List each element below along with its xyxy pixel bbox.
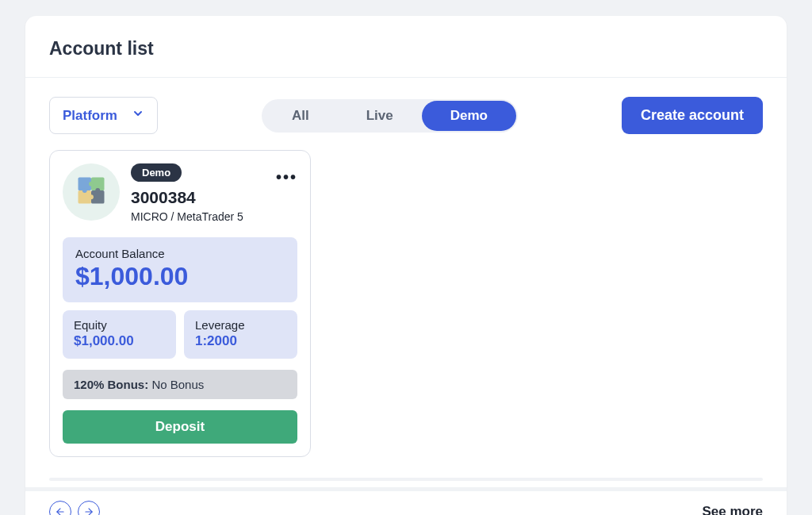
- see-more-link[interactable]: See more: [702, 504, 763, 515]
- arrow-left-icon[interactable]: [49, 501, 71, 515]
- bonus-row: 120% Bonus: No Bonus: [63, 370, 297, 399]
- balance-value: $1,000.00: [75, 262, 285, 291]
- create-account-button[interactable]: Create account: [622, 97, 763, 134]
- svg-point-7: [89, 194, 94, 199]
- tab-demo[interactable]: Demo: [422, 101, 516, 131]
- bonus-value: No Bonus: [151, 378, 204, 391]
- equity-value: $1,000.00: [74, 333, 165, 349]
- carousel-nav: [49, 501, 100, 515]
- filter-label: Platform: [63, 108, 117, 124]
- account-avatar: [63, 163, 120, 221]
- balance-label: Account Balance: [75, 247, 285, 260]
- platform-filter-dropdown[interactable]: Platform: [49, 97, 158, 134]
- page-title: Account list: [49, 38, 763, 60]
- account-type-badge: Demo: [131, 163, 182, 182]
- chevron-down-icon: [132, 107, 144, 124]
- leverage-value: 1:2000: [195, 333, 286, 349]
- bonus-label: 120% Bonus:: [74, 378, 148, 391]
- account-number: 3000384: [131, 188, 243, 207]
- kebab-menu-icon[interactable]: •••: [276, 168, 297, 186]
- cards-area: Demo 3000384 MICRO / MetaTrader 5 ••• Ac…: [25, 150, 787, 473]
- svg-point-4: [89, 182, 94, 186]
- arrow-right-icon[interactable]: [78, 501, 100, 515]
- equity-label: Equity: [74, 318, 165, 332]
- controls-row: Platform All Live Demo Create account: [25, 78, 787, 150]
- account-type-tabs: All Live Demo: [262, 99, 518, 133]
- panel-footer: See more: [25, 487, 787, 515]
- equity-block: Equity $1,000.00: [63, 310, 176, 359]
- tab-live[interactable]: Live: [338, 101, 422, 131]
- card-header: Demo 3000384 MICRO / MetaTrader 5 •••: [63, 163, 297, 223]
- svg-point-5: [82, 188, 87, 193]
- stats-row: Equity $1,000.00 Leverage 1:2000: [63, 310, 297, 359]
- account-list-panel: Account list Platform All Live Demo Crea…: [25, 16, 787, 515]
- balance-block: Account Balance $1,000.00: [63, 237, 297, 302]
- divider: [49, 478, 763, 481]
- panel-header: Account list: [25, 16, 787, 78]
- account-meta: MICRO / MetaTrader 5: [131, 210, 243, 223]
- leverage-label: Leverage: [195, 318, 286, 332]
- tab-all[interactable]: All: [263, 101, 338, 131]
- deposit-button[interactable]: Deposit: [63, 410, 297, 444]
- account-card: Demo 3000384 MICRO / MetaTrader 5 ••• Ac…: [49, 150, 311, 457]
- card-title-block: Demo 3000384 MICRO / MetaTrader 5: [131, 163, 243, 223]
- svg-point-6: [95, 188, 100, 193]
- puzzle-icon: [74, 173, 109, 211]
- leverage-block: Leverage 1:2000: [184, 310, 297, 359]
